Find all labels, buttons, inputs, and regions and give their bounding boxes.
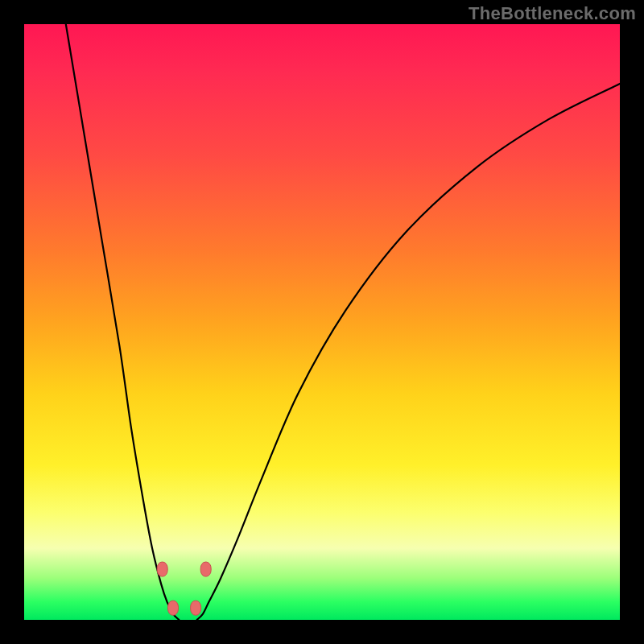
bead-marker (191, 601, 201, 615)
bead-marker (168, 601, 179, 615)
bead-marker (200, 562, 211, 576)
curve-left-branch (66, 24, 180, 620)
plot-area (24, 24, 620, 620)
curve-layer (24, 24, 620, 620)
watermark-text: TheBottleneck.com (469, 3, 636, 24)
chart-frame: TheBottleneck.com (0, 0, 644, 644)
bead-marker (157, 562, 167, 576)
curve-right-branch (197, 84, 620, 620)
marker-beads (157, 562, 211, 615)
